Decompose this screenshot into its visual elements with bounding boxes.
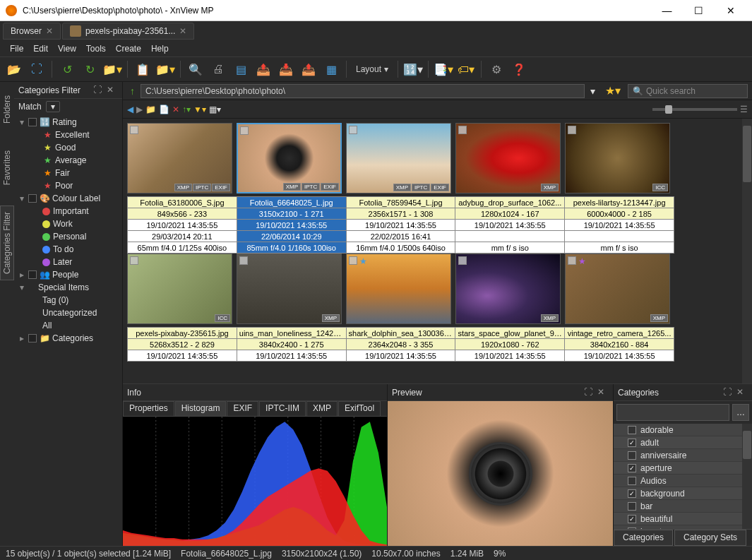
rotate-cw-button[interactable]: ↻ — [80, 59, 100, 79]
tree-item[interactable]: ★Poor — [14, 179, 122, 192]
tree-item[interactable]: ★Fair — [14, 167, 122, 179]
rename-button[interactable]: ↑▾ — [182, 105, 191, 114]
thumb-size-slider[interactable] — [652, 108, 737, 111]
copy-button[interactable]: 📋 — [133, 59, 153, 79]
compare-button[interactable]: ▤ — [231, 59, 251, 79]
thumb-checkbox[interactable] — [458, 126, 467, 134]
thumbnail-cell[interactable]: XMP — [455, 123, 561, 193]
history-dropdown[interactable]: ▾ — [587, 85, 598, 97]
match-dropdown[interactable]: ▾ — [46, 101, 60, 112]
print-button[interactable]: 🖨 — [208, 59, 228, 79]
close-panel-icon[interactable]: ✕ — [107, 85, 118, 96]
menu-file[interactable]: File — [6, 42, 28, 55]
thumb-checkbox[interactable] — [349, 126, 357, 134]
category-item[interactable]: adorable — [614, 424, 752, 436]
batch-button[interactable]: 📤 — [299, 59, 318, 79]
side-tab-favorites[interactable]: Favorites — [0, 144, 14, 191]
help-button[interactable]: ❓ — [509, 59, 529, 79]
tab-browser[interactable]: Browser ✕ — [3, 23, 61, 40]
category-item[interactable]: ✓adult — [614, 436, 752, 449]
thumb-checkbox[interactable] — [568, 126, 576, 134]
tree-special[interactable]: ▾Special Items — [14, 281, 122, 294]
thumbnail-cell[interactable]: ★XMP — [565, 254, 670, 324]
thumb-checkbox[interactable] — [239, 256, 248, 265]
tree-item[interactable]: Tag (0) — [14, 294, 122, 306]
menu-view[interactable]: View — [54, 42, 80, 55]
paste-button[interactable]: 📁▾ — [155, 59, 175, 79]
info-tab-properties[interactable]: Properties — [123, 401, 174, 416]
category-item[interactable]: beauty — [614, 525, 752, 529]
tree-item[interactable]: Personal — [14, 230, 122, 243]
tree-rating[interactable]: ▾🔢Rating — [14, 116, 122, 129]
menu-tools[interactable]: Tools — [82, 42, 110, 55]
minimize-button[interactable]: — — [651, 0, 683, 20]
category-item[interactable]: ✓aperture — [614, 462, 752, 475]
tree-item[interactable]: Work — [14, 218, 122, 230]
info-tab-xmp[interactable]: XMP — [306, 401, 338, 416]
transform-button[interactable]: 📁▾ — [102, 59, 122, 79]
tag-button[interactable]: 🏷▾ — [456, 59, 476, 79]
category-checkbox[interactable] — [628, 426, 636, 434]
category-checkbox[interactable] — [628, 451, 636, 460]
tree-item[interactable]: Important — [14, 205, 122, 218]
side-tab-categories-filter[interactable]: Categories Filter — [0, 205, 14, 280]
delete-button[interactable]: ✕ — [172, 105, 179, 114]
info-tab-exif[interactable]: EXIF — [227, 401, 258, 416]
tab-category-sets[interactable]: Category Sets — [674, 530, 746, 546]
thumbnail-image[interactable]: ICC — [565, 123, 670, 193]
category-checkbox[interactable]: ✓ — [628, 489, 636, 498]
category-item[interactable]: anniversaire — [614, 449, 752, 462]
tree-item[interactable]: ★Excellent — [14, 129, 122, 141]
thumbnail-cell[interactable]: ★ — [346, 254, 451, 324]
thumbnail-image[interactable]: XMPIPTCEXIF — [127, 123, 232, 193]
open-folder-button[interactable]: 📂 — [4, 59, 24, 79]
close-panel-icon[interactable]: ✕ — [736, 387, 748, 398]
menu-icon[interactable]: ☰ — [740, 105, 748, 114]
sort-button[interactable]: 🔢▾ — [403, 59, 423, 79]
view-file-button[interactable]: 📄 — [159, 105, 169, 114]
close-icon[interactable]: ✕ — [46, 26, 53, 36]
thumb-checkbox[interactable] — [130, 256, 138, 265]
layout-dropdown[interactable]: Layout ▾ — [352, 64, 393, 74]
thumbnail-cell[interactable]: XMPIPTCEXIF — [346, 123, 451, 193]
thumbnail-image[interactable]: XMP — [237, 254, 342, 324]
info-tab-exiftool[interactable]: ExifTool — [338, 401, 381, 416]
tree-item[interactable]: All — [14, 319, 122, 332]
tree-colour[interactable]: ▾🎨Colour Label — [14, 192, 122, 205]
scrollbar[interactable] — [742, 424, 752, 529]
maximize-panel-icon[interactable]: ⛶ — [584, 387, 595, 398]
thumb-checkbox[interactable] — [130, 126, 138, 134]
info-tab-iptc-iim[interactable]: IPTC-IIM — [259, 401, 306, 416]
close-button[interactable]: ✕ — [715, 0, 746, 20]
fullscreen-button[interactable]: ⛶ — [27, 59, 47, 79]
maximize-panel-icon[interactable]: ⛶ — [93, 85, 105, 96]
thumbnail-image[interactable]: XMPIPTCEXIF — [346, 123, 451, 193]
thumbnail-image[interactable]: XMP — [455, 123, 561, 193]
forward-button[interactable]: ▶ — [136, 105, 143, 114]
tree-item[interactable]: Uncategorized — [14, 306, 122, 319]
thumbnail-cell[interactable]: XMP — [237, 254, 342, 324]
thumb-checkbox[interactable] — [240, 126, 249, 135]
search-button[interactable]: 🔍 — [186, 59, 205, 79]
slideshow-button[interactable]: ▦ — [321, 59, 341, 79]
thumbnail-cell[interactable]: ICC — [565, 123, 670, 193]
tree-item[interactable]: To do — [14, 243, 122, 256]
bookmark-button[interactable]: 📑▾ — [434, 59, 453, 79]
quick-search[interactable]: 🔍 Quick search — [628, 84, 748, 98]
rotate-ccw-button[interactable]: ↺ — [57, 59, 77, 79]
thumbnail-image[interactable]: ICC — [127, 254, 232, 324]
favorite-star-icon[interactable]: ★▾ — [601, 84, 625, 97]
thumbnail-cell[interactable]: XMPIPTCEXIF — [127, 123, 232, 193]
close-panel-icon[interactable]: ✕ — [597, 387, 609, 398]
category-item[interactable]: ✓beautiful — [614, 513, 752, 525]
thumbnail-image[interactable]: XMPIPTCEXIF — [237, 123, 342, 193]
side-tab-folders[interactable]: Folders — [0, 89, 14, 130]
thumbnail-image[interactable]: ★XMP — [565, 254, 670, 324]
category-checkbox[interactable]: ✓ — [628, 439, 636, 447]
category-more-button[interactable]: … — [732, 404, 749, 421]
tree-people[interactable]: ▸👥People — [14, 268, 122, 281]
convert-button[interactable]: 📥 — [276, 59, 296, 79]
settings-button[interactable]: ⚙ — [487, 59, 506, 79]
thumbnail-cell[interactable]: XMP — [455, 254, 561, 324]
menu-edit[interactable]: Edit — [29, 42, 52, 55]
